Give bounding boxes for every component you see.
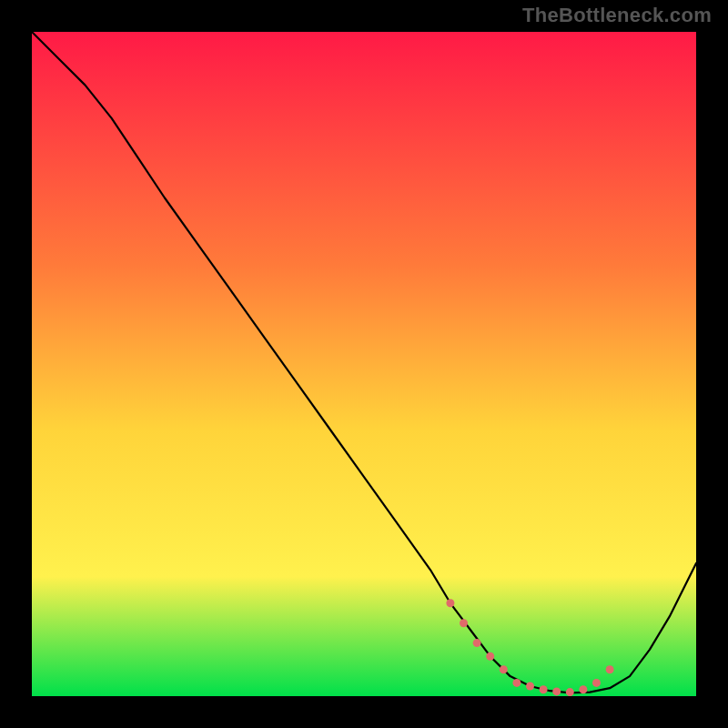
marker-dot xyxy=(446,599,454,607)
marker-dot xyxy=(592,679,601,687)
watermark-text: TheBottleneck.com xyxy=(522,4,712,27)
marker-dot xyxy=(486,652,494,661)
marker-dot xyxy=(566,688,574,696)
marker-dot xyxy=(526,682,534,691)
marker-dot xyxy=(512,679,521,687)
plot-area xyxy=(32,32,696,696)
chart-svg xyxy=(32,32,696,696)
marker-dot xyxy=(606,665,614,673)
marker-dot xyxy=(579,685,587,693)
chart-frame: TheBottleneck.com xyxy=(0,0,728,728)
marker-dot xyxy=(460,619,468,627)
marker-dot xyxy=(473,639,481,647)
marker-dot xyxy=(552,687,561,695)
marker-dot xyxy=(540,685,548,693)
gradient-background xyxy=(32,32,696,696)
marker-dot xyxy=(500,665,508,673)
